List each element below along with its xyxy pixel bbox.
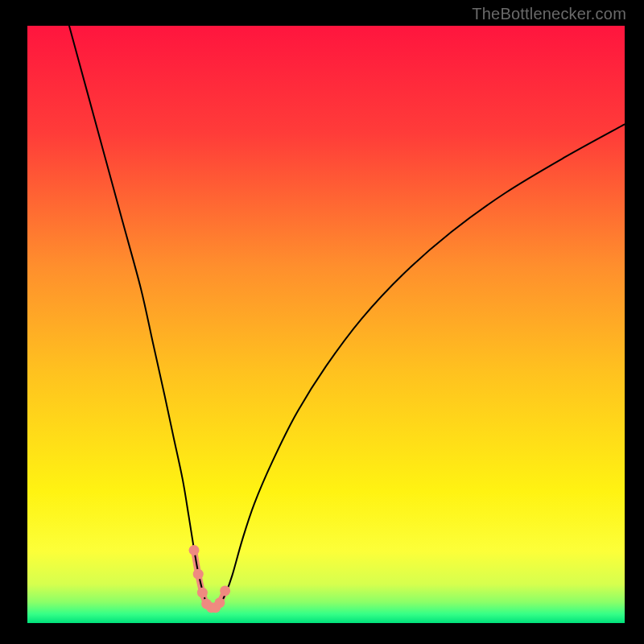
stage: TheBottlenecker.com [0,0,644,644]
trough-marker-dot [214,597,225,608]
trough-marker-dot [189,545,200,555]
plot-area [27,26,625,623]
trough-marker-dot [220,585,230,596]
chart-svg [27,26,625,623]
bottleneck-curve [69,26,625,608]
trough-marker-dot [197,588,208,598]
watermark-text: TheBottlenecker.com [472,5,626,23]
trough-marker-dot [193,569,204,580]
